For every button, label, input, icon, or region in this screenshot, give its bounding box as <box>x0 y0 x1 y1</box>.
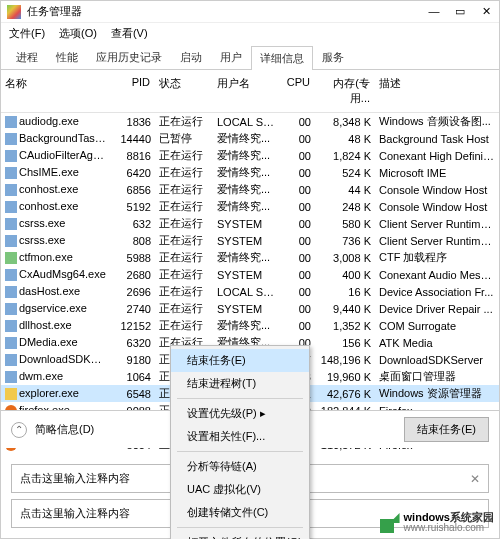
context-menu-item[interactable]: 打开文件所在的位置(O) <box>171 531 309 539</box>
annotation-placeholder: 点击这里输入注释内容 <box>20 471 130 486</box>
table-row[interactable]: dasHost.exe2696正在运行LOCAL SE...0016 KDevi… <box>1 283 499 300</box>
tab-用户[interactable]: 用户 <box>211 45 251 69</box>
context-menu-item[interactable]: 结束进程树(T) <box>171 372 309 395</box>
tab-性能[interactable]: 性能 <box>47 45 87 69</box>
process-icon <box>5 337 17 349</box>
process-icon <box>5 269 17 281</box>
minimize-button[interactable]: — <box>427 5 441 18</box>
table-row[interactable]: BackgroundTask...14440已暂停爱情终究...0048 KBa… <box>1 130 499 147</box>
tab-服务[interactable]: 服务 <box>313 45 353 69</box>
col-user[interactable]: 用户名 <box>213 70 281 112</box>
tab-bar: 进程性能应用历史记录启动用户详细信息服务 <box>1 43 499 70</box>
tab-进程[interactable]: 进程 <box>7 45 47 69</box>
context-menu-item[interactable]: 设置相关性(F)... <box>171 425 309 448</box>
close-button[interactable]: ✕ <box>479 5 493 18</box>
context-menu-item[interactable]: 分析等待链(A) <box>171 455 309 478</box>
window-title: 任务管理器 <box>27 4 427 19</box>
col-cpu[interactable]: CPU <box>281 70 315 112</box>
menu-item[interactable]: 选项(O) <box>59 26 97 41</box>
col-state[interactable]: 状态 <box>155 70 213 112</box>
table-row[interactable]: conhost.exe6856正在运行爱情终究...0044 KConsole … <box>1 181 499 198</box>
menu-item[interactable]: 查看(V) <box>111 26 148 41</box>
menu-separator <box>177 398 303 399</box>
menu-separator <box>177 527 303 528</box>
titlebar: 任务管理器 — ▭ ✕ <box>1 1 499 23</box>
table-row[interactable]: ChsIME.exe6420正在运行爱情终究...00524 KMicrosof… <box>1 164 499 181</box>
process-icon <box>5 116 17 128</box>
table-row[interactable]: CxAudMsg64.exe2680正在运行SYSTEM00400 KConex… <box>1 266 499 283</box>
process-icon <box>5 286 17 298</box>
tab-详细信息[interactable]: 详细信息 <box>251 46 313 70</box>
process-icon <box>5 371 17 383</box>
menubar: 文件(F)选项(O)查看(V) <box>1 23 499 43</box>
col-desc[interactable]: 描述 <box>375 70 499 112</box>
col-pid[interactable]: PID <box>111 70 155 112</box>
col-name[interactable]: 名称 <box>1 70 111 112</box>
col-mem[interactable]: 内存(专用... <box>315 70 375 112</box>
table-header: 名称 PID 状态 用户名 CPU 内存(专用... 描述 <box>1 70 499 113</box>
menu-item[interactable]: 文件(F) <box>9 26 45 41</box>
process-icon <box>5 184 17 196</box>
table-row[interactable]: CAudioFilterAgent...8816正在运行爱情终究...001,8… <box>1 147 499 164</box>
process-icon <box>5 303 17 315</box>
context-menu-item[interactable]: 创建转储文件(C) <box>171 501 309 524</box>
process-icon <box>5 167 17 179</box>
table-row[interactable]: csrss.exe632正在运行SYSTEM00580 KClient Serv… <box>1 215 499 232</box>
process-icon <box>5 388 17 400</box>
end-task-button[interactable]: 结束任务(E) <box>404 417 489 442</box>
fewer-details-label[interactable]: 简略信息(D) <box>35 422 94 437</box>
context-menu-item[interactable]: 结束任务(E) <box>171 349 309 372</box>
table-row[interactable]: dgservice.exe2740正在运行SYSTEM009,440 KDevi… <box>1 300 499 317</box>
table-row[interactable]: audiodg.exe1836正在运行LOCAL SE...008,348 KW… <box>1 113 499 130</box>
tab-启动[interactable]: 启动 <box>171 45 211 69</box>
app-icon <box>7 5 21 19</box>
process-icon <box>5 320 17 332</box>
process-icon <box>5 133 17 145</box>
context-menu: 结束任务(E)结束进程树(T)设置优先级(P) ▸设置相关性(F)...分析等待… <box>170 345 310 539</box>
maximize-button[interactable]: ▭ <box>453 5 467 18</box>
process-icon <box>5 201 17 213</box>
expand-icon[interactable]: ⌃ <box>11 422 27 438</box>
process-icon <box>5 235 17 247</box>
table-row[interactable]: ctfmon.exe5988正在运行爱情终究...003,008 KCTF 加载… <box>1 249 499 266</box>
table-row[interactable]: csrss.exe808正在运行SYSTEM00736 KClient Serv… <box>1 232 499 249</box>
process-icon <box>5 354 17 366</box>
process-icon <box>5 218 17 230</box>
process-icon <box>5 150 17 162</box>
menu-separator <box>177 451 303 452</box>
tab-应用历史记录[interactable]: 应用历史记录 <box>87 45 171 69</box>
annotation-placeholder: 点击这里输入注释内容 <box>20 506 130 521</box>
context-menu-item[interactable]: 设置优先级(P) ▸ <box>171 402 309 425</box>
table-row[interactable]: conhost.exe5192正在运行爱情终究...00248 KConsole… <box>1 198 499 215</box>
process-icon <box>5 252 17 264</box>
context-menu-item[interactable]: UAC 虚拟化(V) <box>171 478 309 501</box>
close-icon[interactable]: ✕ <box>470 472 480 486</box>
table-row[interactable]: dllhost.exe12152正在运行爱情终究...001,352 KCOM … <box>1 317 499 334</box>
